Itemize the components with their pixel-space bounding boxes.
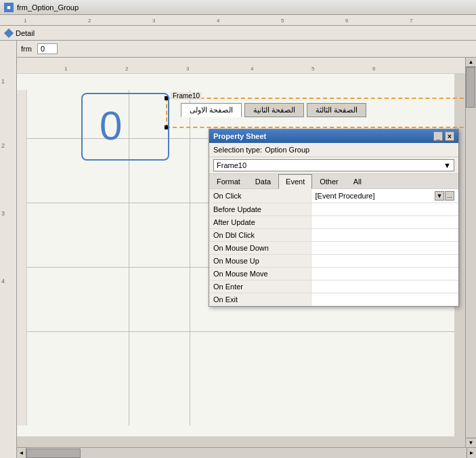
table-row[interactable]: On Click [Event Procedure] ▼ ... bbox=[209, 189, 458, 203]
event-value-text: [Event Procedure] bbox=[316, 192, 375, 200]
event-value-before-update bbox=[311, 203, 458, 216]
table-row[interactable]: On Mouse Up bbox=[209, 255, 458, 268]
tick: 6 bbox=[372, 66, 375, 72]
property-tabs: Format Data Event Other All bbox=[209, 174, 458, 189]
ruler-mark: 3 bbox=[152, 18, 155, 24]
ruler-num: 4 bbox=[1, 278, 5, 285]
tab-frame-label: Frame10 bbox=[171, 92, 202, 100]
dropdown-arrow-icon: ▼ bbox=[443, 161, 451, 169]
table-row[interactable]: On Mouse Move bbox=[209, 268, 458, 280]
property-sheet-panel: Property Sheet _ × Selection type: Optio… bbox=[209, 129, 459, 307]
scroll-up-btn[interactable]: ▲ bbox=[466, 58, 476, 67]
event-name-before-update: Before Update bbox=[209, 203, 311, 216]
ruler-mark: 4 bbox=[217, 18, 219, 24]
property-sheet-titlebar: Property Sheet _ × bbox=[209, 129, 458, 143]
close-button[interactable]: × bbox=[445, 131, 454, 141]
object-dropdown-row[interactable]: Frame10 ▼ bbox=[209, 157, 458, 174]
detail-label: Detail bbox=[16, 29, 35, 37]
ruler-mark: 1 bbox=[24, 18, 26, 24]
table-row[interactable]: On Mouse Down bbox=[209, 242, 458, 255]
section-icon bbox=[4, 28, 14, 37]
scroll-thumb-h[interactable] bbox=[26, 449, 81, 458]
tab-all[interactable]: All bbox=[346, 174, 369, 188]
event-name-after-update: After Update bbox=[209, 216, 311, 229]
tick: 3 bbox=[186, 66, 189, 72]
tab-page3[interactable]: الصفحة الثالثة bbox=[307, 103, 366, 117]
ruler-num: 3 bbox=[1, 210, 5, 217]
tab-format[interactable]: Format bbox=[209, 174, 248, 188]
canvas-vertical-ruler bbox=[17, 90, 27, 425]
event-name-mouse-up: On Mouse Up bbox=[209, 255, 311, 268]
event-name-exit: On Exit bbox=[209, 293, 311, 306]
tab-other[interactable]: Other bbox=[312, 174, 346, 188]
tab-event[interactable]: Event bbox=[278, 174, 312, 189]
form-header: frm 0 bbox=[17, 41, 476, 58]
event-dropdown-btn[interactable]: ▼ bbox=[435, 191, 444, 201]
table-row[interactable]: Before Update bbox=[209, 203, 458, 216]
window-title: frm_Option_Group bbox=[17, 3, 79, 12]
tab-page1[interactable]: الصفحة الاولى bbox=[181, 103, 242, 117]
event-name-on-click: On Click bbox=[209, 189, 311, 203]
event-builder-btn[interactable]: ... bbox=[445, 191, 454, 201]
tick: 1 bbox=[64, 66, 67, 72]
grid-line-v bbox=[190, 90, 190, 425]
vertical-scrollbar[interactable]: ▲ ▼ bbox=[465, 58, 476, 447]
event-value-row: [Event Procedure] ▼ ... bbox=[316, 191, 455, 201]
tick: 2 bbox=[125, 66, 128, 72]
selection-type-row: Selection type: Option Group bbox=[209, 143, 458, 157]
option-group-frame[interactable] bbox=[81, 93, 169, 161]
scroll-down-btn[interactable]: ▼ bbox=[466, 438, 476, 447]
event-value-mouse-move bbox=[311, 268, 458, 280]
events-table: On Click [Event Procedure] ▼ ... Before … bbox=[209, 189, 458, 306]
event-value-mouse-down bbox=[311, 242, 458, 255]
tick: 4 bbox=[251, 66, 253, 72]
scroll-left-btn[interactable]: ◄ bbox=[17, 448, 26, 459]
table-row[interactable]: After Update bbox=[209, 216, 458, 229]
tab-data[interactable]: Data bbox=[248, 174, 278, 188]
object-dropdown-value: Frame10 bbox=[217, 161, 246, 169]
table-row[interactable]: On Dbl Click bbox=[209, 229, 458, 242]
app-icon: ■ bbox=[4, 3, 14, 12]
detail-bar: Detail bbox=[0, 26, 476, 41]
ruler-mark: 5 bbox=[281, 18, 284, 24]
form-name-value: 0 bbox=[37, 43, 58, 54]
canvas-horizontal-ruler: 1 2 3 4 5 6 bbox=[17, 58, 465, 74]
horizontal-scrollbar[interactable]: ◄ ► bbox=[17, 447, 476, 458]
event-name-dbl-click: On Dbl Click bbox=[209, 229, 311, 242]
property-sheet-title: Property Sheet bbox=[213, 132, 266, 140]
ruler-mark: 6 bbox=[345, 18, 348, 24]
event-name-enter: On Enter bbox=[209, 280, 311, 293]
event-value-exit bbox=[311, 293, 458, 306]
horizontal-ruler-top: 1 2 3 4 5 6 7 bbox=[0, 15, 476, 26]
option-group-value: 0 bbox=[100, 102, 122, 149]
scroll-right-btn[interactable]: ► bbox=[467, 448, 476, 459]
selection-type-value: Option Group bbox=[265, 146, 309, 154]
event-value-on-click: [Event Procedure] ▼ ... bbox=[311, 189, 458, 203]
table-row[interactable]: On Exit bbox=[209, 293, 458, 306]
grid-line-h bbox=[27, 331, 454, 332]
table-row[interactable]: On Enter bbox=[209, 280, 458, 293]
event-value-dbl-click bbox=[311, 229, 458, 242]
ruler-num: 2 bbox=[1, 142, 5, 149]
event-value-enter bbox=[311, 280, 458, 293]
event-value-mouse-up bbox=[311, 255, 458, 268]
tab-buttons: الصفحة الاولى الصفحة الثانية الصفحة الثا… bbox=[167, 100, 369, 117]
tab-control[interactable]: Frame10 الصفحة الاولى الصفحة الثانية الص… bbox=[166, 98, 465, 128]
scroll-track-h[interactable] bbox=[26, 448, 467, 458]
object-dropdown[interactable]: Frame10 ▼ bbox=[213, 159, 454, 171]
event-value-after-update bbox=[311, 216, 458, 229]
minimize-button[interactable]: _ bbox=[433, 131, 443, 141]
selection-type-label: Selection type: bbox=[213, 146, 262, 154]
scroll-track-v[interactable] bbox=[466, 67, 476, 438]
ruler-num: 1 bbox=[1, 78, 5, 85]
ruler-mark: 7 bbox=[410, 18, 412, 24]
scroll-thumb-v[interactable] bbox=[466, 67, 475, 108]
event-name-mouse-move: On Mouse Move bbox=[209, 268, 311, 280]
tick: 5 bbox=[311, 66, 314, 72]
tab-page2[interactable]: الصفحة الثانية bbox=[244, 103, 304, 117]
vertical-ruler: 1 2 3 4 bbox=[0, 41, 17, 458]
form-name-label: frm bbox=[21, 45, 32, 53]
title-bar: ■ frm_Option_Group bbox=[0, 0, 476, 15]
event-name-mouse-down: On Mouse Down bbox=[209, 242, 311, 255]
title-controls: _ × bbox=[433, 131, 454, 141]
